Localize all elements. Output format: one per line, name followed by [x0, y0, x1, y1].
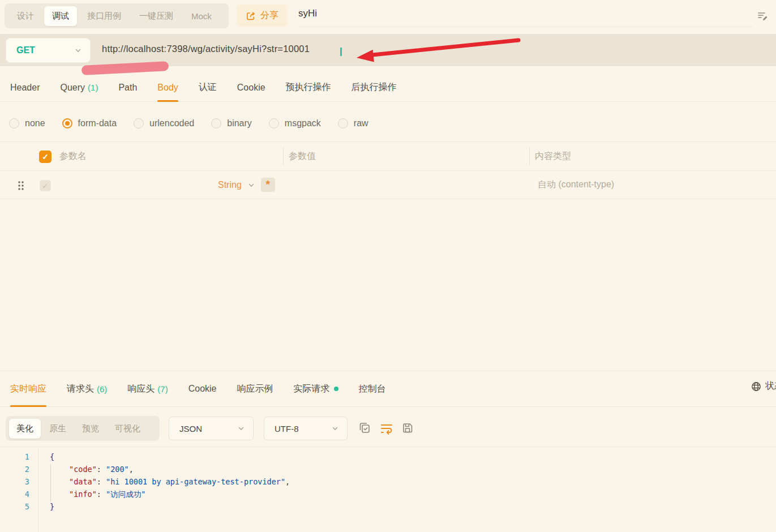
chevron-down-icon — [74, 46, 82, 54]
line-number: 1 — [0, 451, 29, 463]
method-select[interactable]: GET — [6, 38, 91, 63]
tab-header[interactable]: Header — [10, 74, 40, 101]
line-number: 5 — [0, 500, 29, 513]
method-label: GET — [16, 45, 74, 55]
table-row: ✓ String * 自动 (content-type) — [0, 171, 776, 199]
tab-pre-processors[interactable]: 预执行操作 — [286, 74, 331, 101]
mode-tab-group: 设计 调试 接口用例 一键压测 Mock — [5, 3, 229, 28]
line-number: 2 — [0, 463, 29, 475]
select-all-checkbox[interactable]: ✓ — [39, 151, 52, 163]
tab-realtime-response[interactable]: 实时响应 — [10, 371, 46, 406]
tab-response-headers[interactable]: 响应头(7) — [127, 371, 168, 406]
tab-actual-request[interactable]: 实际请求 — [294, 371, 338, 406]
line-number: 3 — [0, 475, 29, 488]
request-headers-count: (6) — [97, 384, 107, 394]
param-value-input[interactable] — [289, 171, 521, 199]
code-line: 3"data": "hi 10001 by api-gateway-test-p… — [0, 475, 776, 488]
edit-note-icon[interactable] — [756, 10, 769, 22]
format-select[interactable]: JSON — [169, 417, 254, 440]
share-icon — [246, 11, 256, 21]
tab-auth[interactable]: 认证 — [199, 74, 217, 101]
radio-circle — [211, 118, 221, 128]
title-underline — [298, 27, 753, 27]
code-line: 5} — [0, 500, 776, 513]
tab-response-cookie[interactable]: Cookie — [188, 371, 217, 406]
request-tab-bar: Header Query(1) Path Body 认证 Cookie 预执行操… — [0, 74, 776, 102]
chevron-down-icon — [247, 181, 255, 189]
tab-debug[interactable]: 调试 — [44, 6, 77, 26]
response-tab-bar: 实时响应 请求头(6) 响应头(7) Cookie 响应示例 实际请求 控制台 — [0, 371, 776, 407]
response-toolbar: 美化 原生 预览 可视化 JSON UTF-8 — [0, 413, 776, 447]
tab-post-processors[interactable]: 后执行操作 — [351, 74, 397, 101]
radio-circle — [134, 118, 144, 128]
status-label: 状态 — [765, 380, 776, 392]
save-response-icon[interactable] — [401, 421, 414, 435]
request-url-bar: GET http://localhost:7398/wg/activity/sa… — [0, 34, 776, 66]
tab-request-headers[interactable]: 请求头(6) — [67, 371, 107, 406]
gutter-divider — [38, 448, 38, 532]
view-raw[interactable]: 原生 — [42, 419, 74, 439]
radio-circle — [9, 118, 19, 128]
form-data-table: ✓ 参数名 参数值 内容类型 ✓ String * — [0, 141, 776, 199]
content-type-value[interactable]: 自动 (content-type) — [538, 179, 614, 191]
app-window: 设计 调试 接口用例 一键压测 Mock 分享 syHi — [0, 0, 776, 532]
response-body-editor[interactable]: 1{2"code": "200",3"data": "hi 10001 by a… — [0, 448, 776, 532]
chevron-down-icon — [237, 424, 245, 432]
tab-body[interactable]: Body — [157, 74, 178, 101]
chevron-down-icon — [331, 424, 339, 432]
row-checkbox-disabled[interactable]: ✓ — [40, 180, 51, 191]
column-header-name: 参数名 — [59, 151, 87, 162]
line-number: 4 — [0, 488, 29, 500]
tab-api-cases[interactable]: 接口用例 — [79, 6, 129, 26]
column-divider — [529, 147, 530, 165]
status-area: 状态 — [751, 380, 776, 392]
param-type-select[interactable]: String * — [218, 178, 275, 192]
copy-response-icon[interactable] — [358, 421, 371, 435]
tab-cookie[interactable]: Cookie — [237, 74, 265, 101]
radio-circle — [269, 118, 279, 128]
drag-handle-icon[interactable] — [16, 180, 25, 191]
api-title[interactable]: syHi — [298, 8, 317, 19]
format-select-value: JSON — [179, 424, 237, 434]
encoding-select-value: UTF-8 — [275, 424, 331, 434]
view-pretty[interactable]: 美化 — [9, 419, 41, 439]
table-header-row: ✓ 参数名 参数值 内容类型 — [0, 141, 776, 171]
tab-path[interactable]: Path — [118, 74, 137, 101]
radio-circle — [338, 118, 348, 128]
code-lines: 1{2"code": "200",3"data": "hi 10001 by a… — [0, 451, 776, 513]
radio-msgpack[interactable]: msgpack — [269, 118, 321, 128]
tab-response-example[interactable]: 响应示例 — [237, 371, 273, 406]
param-name-input[interactable] — [59, 171, 212, 199]
tab-stress-test[interactable]: 一键压测 — [131, 6, 181, 26]
radio-binary[interactable]: binary — [211, 118, 252, 128]
view-visualize[interactable]: 可视化 — [108, 419, 148, 439]
query-count: (1) — [88, 83, 98, 92]
radio-raw[interactable]: raw — [338, 118, 368, 128]
view-tab-group: 美化 原生 预览 可视化 — [6, 416, 160, 441]
indent-guide — [50, 464, 51, 501]
share-button[interactable]: 分享 — [237, 5, 288, 27]
radio-circle-checked — [62, 118, 72, 128]
tab-query[interactable]: Query(1) — [60, 74, 98, 101]
green-dot-indicator — [334, 387, 338, 391]
globe-icon — [751, 381, 762, 392]
column-divider — [283, 147, 284, 165]
code-line: 1{ — [0, 451, 776, 463]
radio-form-data[interactable]: form-data — [62, 118, 117, 128]
view-preview[interactable]: 预览 — [75, 419, 106, 439]
tab-design[interactable]: 设计 — [9, 6, 42, 26]
radio-urlencoded[interactable]: urlencoded — [134, 118, 194, 128]
radio-none[interactable]: none — [9, 118, 45, 128]
url-caret — [340, 48, 342, 56]
column-header-content-type: 内容类型 — [535, 151, 571, 162]
column-header-value: 参数值 — [289, 151, 316, 162]
encoding-select[interactable]: UTF-8 — [264, 417, 348, 440]
word-wrap-icon[interactable] — [379, 421, 393, 435]
param-type-label: String — [218, 180, 242, 190]
required-badge[interactable]: * — [261, 178, 275, 192]
url-input[interactable]: http://localhost:7398/wg/activity/sayHi?… — [102, 44, 310, 54]
tab-console[interactable]: 控制台 — [359, 371, 386, 406]
code-line: 4"info": "访问成功" — [0, 488, 776, 500]
share-button-label: 分享 — [260, 10, 278, 22]
tab-mock[interactable]: Mock — [183, 7, 220, 25]
